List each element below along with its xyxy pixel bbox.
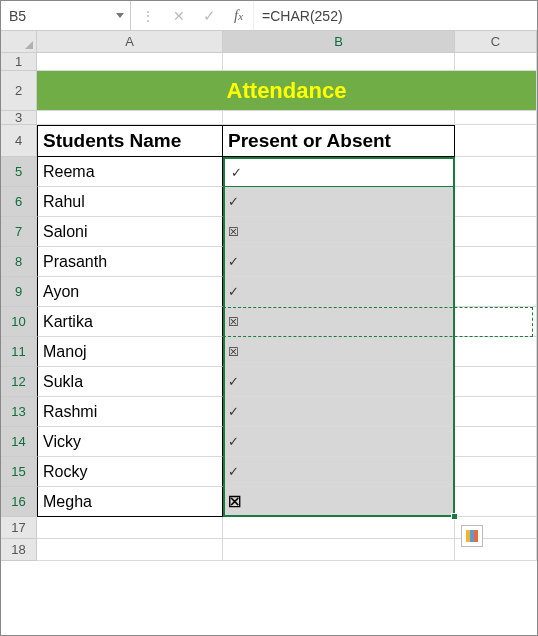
student-name-cell[interactable]: Saloni xyxy=(37,217,223,247)
row-header[interactable]: 15 xyxy=(1,457,37,487)
spreadsheet: A B C 1 2 Attendance 3 4 Students Name P… xyxy=(1,31,537,561)
cell-C[interactable] xyxy=(455,397,537,427)
student-name-cell[interactable]: Sukla xyxy=(37,367,223,397)
cell-C3[interactable] xyxy=(455,111,537,125)
row-header[interactable]: 2 xyxy=(1,71,37,111)
row-header[interactable]: 16 xyxy=(1,487,37,517)
student-name-cell[interactable]: Reema xyxy=(37,157,223,187)
cell-C[interactable] xyxy=(455,367,537,397)
row-1: 1 xyxy=(1,53,537,71)
header-name[interactable]: Students Name xyxy=(37,125,223,157)
row-2: 2 Attendance xyxy=(1,71,537,111)
status-cell[interactable]: ✓ xyxy=(223,427,455,457)
status-cell[interactable]: ☒ xyxy=(223,307,455,337)
row-header[interactable]: 12 xyxy=(1,367,37,397)
student-name-cell[interactable]: Kartika xyxy=(37,307,223,337)
status-cell[interactable]: ✓ xyxy=(223,367,455,397)
enter-icon[interactable]: ✓ xyxy=(203,7,216,25)
check-icon: ✓ xyxy=(228,434,239,449)
status-cell[interactable]: ✓ xyxy=(223,397,455,427)
student-name-cell[interactable]: Rocky xyxy=(37,457,223,487)
formula-bar[interactable]: =CHAR(252) xyxy=(254,1,537,30)
cell-C[interactable] xyxy=(455,427,537,457)
student-name-cell[interactable]: Manoj xyxy=(37,337,223,367)
cell-C[interactable] xyxy=(455,157,537,187)
cell-C[interactable] xyxy=(455,277,537,307)
row-header[interactable]: 18 xyxy=(1,539,37,561)
row-header[interactable]: 4 xyxy=(1,125,37,157)
cell-C[interactable] xyxy=(455,217,537,247)
row-header[interactable]: 3 xyxy=(1,111,37,125)
cell-C4[interactable] xyxy=(455,125,537,157)
cell-C[interactable] xyxy=(455,337,537,367)
cell-C[interactable] xyxy=(455,307,537,337)
row-header[interactable]: 8 xyxy=(1,247,37,277)
student-name-cell[interactable]: Ayon xyxy=(37,277,223,307)
cancel-icon[interactable]: ✕ xyxy=(173,8,185,24)
cell-A17[interactable] xyxy=(37,517,223,539)
cell-C[interactable] xyxy=(455,187,537,217)
student-name-cell[interactable]: Rashmi xyxy=(37,397,223,427)
status-cell[interactable]: ✓ xyxy=(223,247,455,277)
crossbox-icon: ☒ xyxy=(228,225,239,239)
cell-A18[interactable] xyxy=(37,539,223,561)
status-cell[interactable]: ☒ xyxy=(223,217,455,247)
student-name-cell[interactable]: Prasanth xyxy=(37,247,223,277)
row-header[interactable]: 13 xyxy=(1,397,37,427)
student-name-cell[interactable]: Megha xyxy=(37,487,223,517)
cell-C[interactable] xyxy=(455,247,537,277)
fx-icon[interactable]: fx xyxy=(234,7,243,24)
crossbox-icon: ☒ xyxy=(228,315,239,329)
row-17: 17 xyxy=(1,517,537,539)
quick-analysis-button[interactable] xyxy=(461,525,483,547)
student-name-cell[interactable]: Rahul xyxy=(37,187,223,217)
row-header[interactable]: 9 xyxy=(1,277,37,307)
row-4: 4 Students Name Present or Absent xyxy=(1,125,537,157)
check-icon: ✓ xyxy=(228,404,239,419)
chevron-down-icon[interactable] xyxy=(116,13,124,18)
table-row: 13Rashmi✓ xyxy=(1,397,537,427)
select-all-corner[interactable] xyxy=(1,31,37,52)
check-icon: ✓ xyxy=(228,464,239,479)
row-header[interactable]: 6 xyxy=(1,187,37,217)
attendance-banner[interactable]: Attendance xyxy=(37,71,537,111)
cell-B17[interactable] xyxy=(223,517,455,539)
status-cell[interactable]: ☒ xyxy=(223,337,455,367)
col-header-B[interactable]: B xyxy=(223,31,455,52)
table-row: 11Manoj☒ xyxy=(1,337,537,367)
status-cell[interactable]: ✓ xyxy=(223,187,455,217)
table-row: 10Kartika☒ xyxy=(1,307,537,337)
formula-controls: ⋮ ✕ ✓ fx xyxy=(131,1,254,30)
status-cell[interactable]: ✓ xyxy=(223,157,455,187)
cell-B1[interactable] xyxy=(223,53,455,71)
row-header[interactable]: 1 xyxy=(1,53,37,71)
status-cell[interactable]: ☒ xyxy=(223,487,455,517)
cell-B3[interactable] xyxy=(223,111,455,125)
student-name-cell[interactable]: Vicky xyxy=(37,427,223,457)
quick-analysis-icon xyxy=(466,530,478,542)
table-row: 7Saloni☒ xyxy=(1,217,537,247)
cell-A1[interactable] xyxy=(37,53,223,71)
check-icon: ✓ xyxy=(228,284,239,299)
row-18: 18 xyxy=(1,539,537,561)
header-status[interactable]: Present or Absent xyxy=(223,125,455,157)
name-box[interactable]: B5 xyxy=(1,1,131,30)
check-icon: ✓ xyxy=(228,164,239,179)
cell-C[interactable] xyxy=(455,457,537,487)
row-header[interactable]: 11 xyxy=(1,337,37,367)
row-header[interactable]: 14 xyxy=(1,427,37,457)
col-header-C[interactable]: C xyxy=(455,31,537,52)
cell-B18[interactable] xyxy=(223,539,455,561)
status-cell[interactable]: ✓ xyxy=(223,457,455,487)
row-header[interactable]: 10 xyxy=(1,307,37,337)
table-row: 5Reema✓ xyxy=(1,157,537,187)
row-header[interactable]: 7 xyxy=(1,217,37,247)
cell-A3[interactable] xyxy=(37,111,223,125)
status-cell[interactable]: ✓ xyxy=(223,277,455,307)
fill-handle[interactable] xyxy=(451,513,458,520)
row-header[interactable]: 5 xyxy=(1,157,37,187)
row-header[interactable]: 17 xyxy=(1,517,37,539)
cell-C[interactable] xyxy=(455,487,537,517)
cell-C1[interactable] xyxy=(455,53,537,71)
col-header-A[interactable]: A xyxy=(37,31,223,52)
